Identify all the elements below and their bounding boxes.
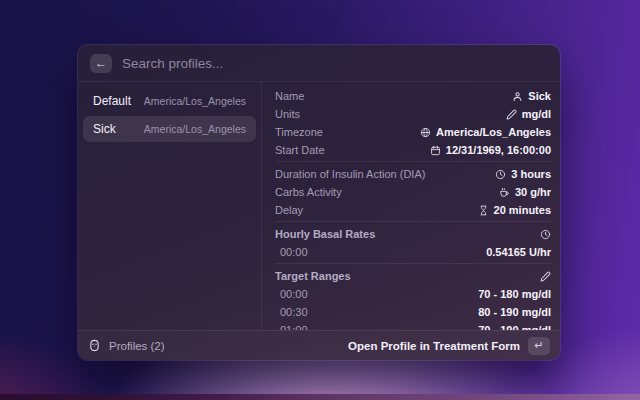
profile-timezone: America/Los_Angeles <box>144 123 246 135</box>
content-area: Default America/Los_Angeles Sick America… <box>78 82 560 330</box>
targets-section-header: Target Ranges <box>275 267 551 285</box>
target-range-row: 00:00 70 - 180 mg/dl <box>275 285 551 303</box>
section-divider <box>275 263 551 264</box>
detail-label: Duration of Insulin Action (DIA) <box>275 168 425 180</box>
detail-row-units: Units mg/dl <box>275 105 551 123</box>
basal-rate-row: 00:00 0.54165 U/hr <box>275 243 551 261</box>
basal-time: 00:00 <box>275 246 308 258</box>
owl-icon <box>88 339 101 352</box>
section-divider <box>275 221 551 222</box>
target-range-row: 00:30 80 - 190 mg/dl <box>275 303 551 321</box>
target-time: 00:00 <box>275 288 308 300</box>
section-title: Target Ranges <box>275 270 351 282</box>
app-window: ← Default America/Los_Angeles Sick Ameri… <box>78 45 560 360</box>
section-divider <box>275 161 551 162</box>
search-input[interactable] <box>122 56 548 71</box>
profile-timezone: America/Los_Angeles <box>144 95 246 107</box>
basal-value: 0.54165 U/hr <box>486 246 551 258</box>
pencil-icon <box>540 271 551 282</box>
profile-name: Default <box>93 94 131 108</box>
section-title: Hourly Basal Rates <box>275 228 375 240</box>
detail-row-dia: Duration of Insulin Action (DIA) 3 hours <box>275 165 551 183</box>
screen-bottom-edge <box>0 394 640 400</box>
detail-row-start-date: Start Date 12/31/1969, 16:00:00 <box>275 141 551 159</box>
mug-icon <box>499 187 510 198</box>
detail-value: mg/dl <box>522 108 551 120</box>
detail-value: 20 minutes <box>494 204 551 216</box>
hourglass-icon <box>478 205 489 216</box>
profile-list: Default America/Los_Angeles Sick America… <box>78 82 262 330</box>
status-bar: Profiles (2) Open Profile in Treatment F… <box>78 330 560 360</box>
detail-label: Start Date <box>275 144 325 156</box>
detail-row-carbs: Carbs Activity 30 g/hr <box>275 183 551 201</box>
profile-name: Sick <box>93 122 116 136</box>
back-button[interactable]: ← <box>90 54 112 73</box>
basal-section-header: Hourly Basal Rates <box>275 225 551 243</box>
person-icon <box>512 91 523 102</box>
target-value: 70 - 180 mg/dl <box>478 288 551 300</box>
back-arrow-icon: ← <box>95 57 107 69</box>
search-bar: ← <box>78 45 560 82</box>
profile-list-item-sick[interactable]: Sick America/Los_Angeles <box>83 116 256 142</box>
clock-icon <box>495 169 506 180</box>
enter-key-icon: ↵ <box>528 337 550 355</box>
detail-value: America/Los_Angeles <box>436 126 551 138</box>
target-time: 00:30 <box>275 306 308 318</box>
status-label: Profiles (2) <box>109 340 165 352</box>
detail-row-delay: Delay 20 minutes <box>275 201 551 219</box>
clock-icon <box>540 229 551 240</box>
profile-detail-panel: Name Sick Units mg/dl Timezone America/L… <box>262 82 560 330</box>
detail-row-name: Name Sick <box>275 87 551 105</box>
detail-value: 3 hours <box>511 168 551 180</box>
calendar-icon <box>430 145 441 156</box>
detail-label: Timezone <box>275 126 323 138</box>
action-label: Open Profile in Treatment Form <box>348 340 520 352</box>
detail-value: Sick <box>528 90 551 102</box>
pencil-icon <box>506 109 517 120</box>
detail-label: Carbs Activity <box>275 186 342 198</box>
profile-list-item-default[interactable]: Default America/Los_Angeles <box>83 88 256 114</box>
globe-icon <box>420 127 431 138</box>
detail-label: Units <box>275 108 300 120</box>
detail-row-timezone: Timezone America/Los_Angeles <box>275 123 551 141</box>
open-profile-action[interactable]: Open Profile in Treatment Form ↵ <box>348 337 550 355</box>
detail-label: Name <box>275 90 304 102</box>
detail-value: 30 g/hr <box>515 186 551 198</box>
target-value: 80 - 190 mg/dl <box>478 306 551 318</box>
detail-value: 12/31/1969, 16:00:00 <box>446 144 551 156</box>
detail-label: Delay <box>275 204 303 216</box>
target-range-row: 01:00 70 - 190 mg/dl <box>275 321 551 330</box>
